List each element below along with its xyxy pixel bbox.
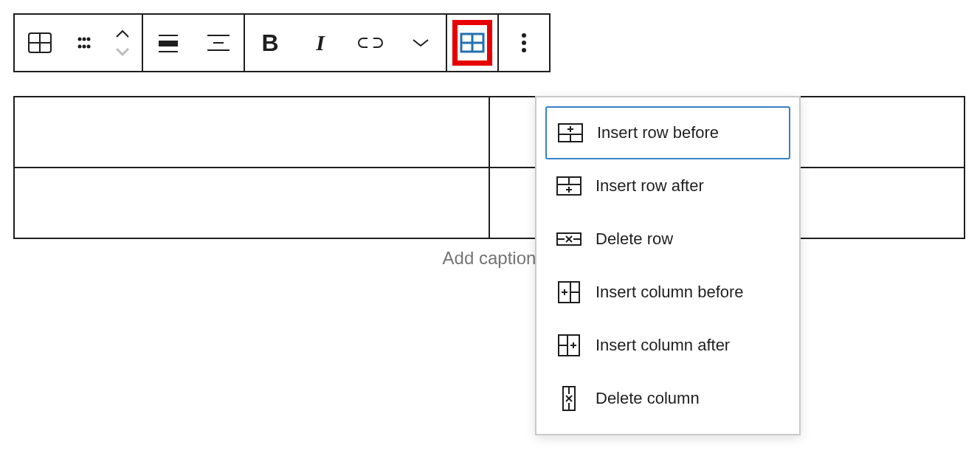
insert-row-before-item[interactable]: Insert row before: [545, 106, 790, 159]
menu-item-label: Insert row after: [596, 176, 704, 196]
menu-item-label: Insert row before: [597, 123, 719, 142]
svg-point-19: [522, 41, 526, 45]
svg-point-4: [78, 45, 82, 49]
table-cell[interactable]: [14, 97, 489, 168]
caption-placeholder[interactable]: Add caption: [13, 248, 965, 269]
edit-table-icon: [460, 32, 485, 53]
table-icon: [27, 30, 52, 55]
insert-col-before-icon: [556, 279, 582, 282]
svg-point-20: [522, 48, 526, 52]
svg-point-18: [522, 33, 526, 38]
align-wide-button[interactable]: [193, 15, 244, 71]
move-updown-button[interactable]: [103, 15, 142, 71]
svg-point-8: [87, 45, 91, 49]
table-block-button[interactable]: [15, 15, 65, 71]
toolbar-group-block: [15, 15, 143, 71]
content-table[interactable]: [13, 96, 965, 239]
svg-point-5: [83, 38, 86, 41]
chevron-down-icon: [411, 37, 430, 49]
table-edit-dropdown: Insert row before Insert row after Delet…: [535, 96, 801, 282]
insert-row-after-icon: [556, 173, 582, 199]
edit-table-button[interactable]: [447, 15, 497, 71]
table-row[interactable]: [14, 97, 965, 168]
drag-handle-button[interactable]: [65, 15, 103, 71]
options-button[interactable]: [499, 15, 549, 71]
insert-row-after-item[interactable]: Insert row after: [545, 159, 790, 213]
table-block: Add caption: [13, 96, 965, 269]
table-cell[interactable]: [14, 168, 489, 238]
chevron-updown-icon: [113, 27, 132, 59]
insert-row-before-icon: [557, 120, 584, 146]
table-row[interactable]: [14, 168, 965, 238]
italic-button[interactable]: I: [295, 15, 345, 71]
svg-point-6: [83, 45, 86, 49]
toolbar-group-options: [499, 15, 549, 71]
align-button[interactable]: [143, 15, 193, 71]
delete-row-icon: [556, 226, 582, 252]
insert-col-before-item[interactable]: Insert column before: [545, 266, 790, 282]
toolbar-group-table-edit: [447, 15, 499, 71]
more-vertical-icon: [521, 32, 527, 53]
block-toolbar: B I: [13, 13, 551, 72]
more-richtext-button[interactable]: [396, 15, 446, 71]
align-icon: [156, 32, 181, 54]
italic-icon: I: [316, 30, 325, 55]
drag-handle-icon: [76, 35, 92, 51]
link-button[interactable]: [345, 15, 396, 71]
menu-item-label: Delete row: [596, 229, 673, 249]
svg-point-3: [78, 38, 82, 41]
link-icon: [357, 35, 384, 50]
toolbar-group-align: [143, 15, 245, 71]
bold-button[interactable]: B: [245, 15, 295, 71]
delete-row-item[interactable]: Delete row: [545, 213, 790, 266]
align-wide-icon: [206, 32, 231, 54]
svg-rect-10: [159, 41, 178, 46]
bold-icon: B: [261, 30, 278, 57]
toolbar-group-richtext: B I: [245, 15, 447, 71]
svg-point-7: [87, 38, 91, 41]
